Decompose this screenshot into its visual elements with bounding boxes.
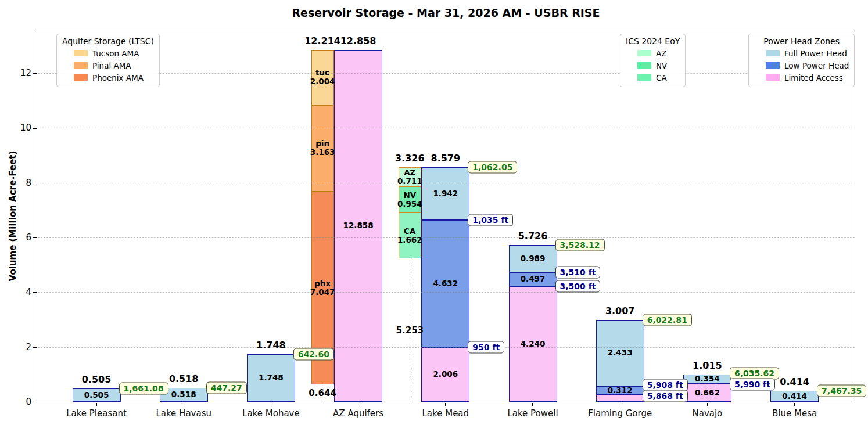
y-tick <box>33 183 37 183</box>
bar-segment-label: 12.858 <box>343 222 374 231</box>
bar-segment-label: 0.312 <box>608 386 633 395</box>
elevation-badge: 6,035.62 <box>730 368 779 380</box>
power-elevation-badge: 1,035 ft <box>468 214 513 226</box>
y-tick-label: 4 <box>10 287 31 297</box>
ca-swatch-icon <box>637 74 651 81</box>
y-tick-label: 6 <box>10 232 31 243</box>
y-tick <box>33 292 37 293</box>
legend-item-label: NV <box>656 61 667 70</box>
legend-power-head-zones: Power Head Zones Full Power Head Low Pow… <box>748 34 855 87</box>
bar-total-label: 3.007 <box>605 305 635 316</box>
ref-label: 0.644 <box>309 388 336 398</box>
bar-segment-label: 0.414 <box>782 392 807 401</box>
power-elevation-badge: 3,510 ft <box>555 267 601 279</box>
bar-segment-label: CA 1.662 <box>397 226 422 244</box>
x-axis-label: Navajo <box>661 408 754 419</box>
legend-item-nv: NV <box>626 59 680 71</box>
bar-total-label: 5.726 <box>518 231 548 242</box>
legend-ics-2024-eoy: ICS 2024 EoY AZ NV CA <box>620 34 686 87</box>
bar-total-label: 1.015 <box>693 360 722 371</box>
legend-aquifer-title: Aquifer Storage (LTSC) <box>62 37 154 46</box>
bar-segment-label: AZ 0.711 <box>397 168 422 186</box>
bar-segment-label: 1.748 <box>259 374 284 383</box>
legend-item-low-power-head: Low Power Head <box>754 59 849 71</box>
bar-segment-label: 2.006 <box>433 370 458 379</box>
bar-segment-label: 1.942 <box>433 189 458 198</box>
y-tick-label: 0 <box>10 397 31 407</box>
x-tick <box>620 403 620 406</box>
legend-item-label: Limited Access <box>784 73 843 82</box>
bar-total-label: 8.579 <box>431 153 460 164</box>
legend-item-label: AZ <box>656 49 666 58</box>
x-axis-label: Lake Havasu <box>137 408 230 419</box>
legend-aquifer-storage: Aquifer Storage (LTSC) Tucson AMA Pinal … <box>56 34 160 87</box>
x-axis-label: Lake Pleasant <box>50 408 143 419</box>
phoenix-ama-swatch-icon <box>74 74 88 81</box>
bar-segment <box>596 395 644 402</box>
bar-segment-label: 0.505 <box>84 391 109 399</box>
legend-item-label: Phoenix AMA <box>92 73 144 82</box>
x-axis-label: Lake Powell <box>486 408 579 419</box>
x-tick <box>358 403 358 406</box>
bar-total-label: 3.326 <box>395 153 425 164</box>
x-tick <box>271 403 271 406</box>
y-tick <box>33 73 37 74</box>
x-tick <box>96 403 96 406</box>
y-tick-label: 10 <box>10 123 31 133</box>
legend-item-label: Low Power Head <box>784 61 849 70</box>
legend-item-pinal-ama: Pinal AMA <box>62 59 154 71</box>
x-tick <box>794 403 795 406</box>
bar-total-label: 0.505 <box>82 374 112 385</box>
x-axis-label: Lake Mohave <box>224 408 317 419</box>
reservoir-storage-chart: Reservoir Storage - Mar 31, 2026 AM - US… <box>0 0 868 432</box>
gridline <box>38 183 855 183</box>
y-tick-label: 12 <box>10 68 31 78</box>
y-tick <box>33 237 37 238</box>
power-elevation-badge: 5,990 ft <box>730 379 775 391</box>
legend-item-label: Pinal AMA <box>92 61 131 70</box>
bar-segment-label: 0.354 <box>695 375 720 383</box>
ref-label: 5.253 <box>396 325 424 336</box>
gridline <box>38 128 855 128</box>
y-tick <box>33 402 37 402</box>
y-tick-label: 2 <box>10 342 31 352</box>
tucson-ama-swatch-icon <box>74 50 88 56</box>
gridline <box>38 347 855 348</box>
elevation-badge: 6,022.81 <box>643 314 692 326</box>
power-elevation-badge: 5,908 ft <box>643 379 688 391</box>
chart-title: Reservoir Storage - Mar 31, 2026 AM - US… <box>37 6 855 19</box>
legend-item-az: AZ <box>626 47 680 59</box>
y-tick <box>33 128 37 128</box>
legend-item-phoenix-ama: Phoenix AMA <box>62 71 154 84</box>
bar-segment-label: 4.632 <box>433 279 458 288</box>
elevation-badge: 1,062.05 <box>468 161 517 173</box>
low-power-head-swatch-icon <box>766 62 780 69</box>
legend-power-title: Power Head Zones <box>754 37 849 46</box>
legend-item-label: CA <box>656 73 667 82</box>
legend-item-full-power-head: Full Power Head <box>754 47 849 59</box>
power-elevation-badge: 3,500 ft <box>555 280 601 292</box>
gridline <box>38 237 855 238</box>
elevation-badge: 642.60 <box>293 348 334 361</box>
y-axis-label: Volume (Million Acre-Feet) <box>8 151 18 282</box>
elevation-badge: 7,467.35 <box>817 384 866 397</box>
bar-total-label: 12.214 <box>304 35 340 46</box>
x-axis-label: Flaming Gorge <box>573 408 666 419</box>
full-power-head-swatch-icon <box>766 50 780 56</box>
az-swatch-icon <box>637 50 651 56</box>
bar-segment-label: 0.662 <box>695 388 720 397</box>
legend-ics-title: ICS 2024 EoY <box>626 37 680 46</box>
bar-total-label: 0.414 <box>780 376 809 387</box>
elevation-badge: 447.27 <box>206 382 247 394</box>
power-elevation-badge: 5,868 ft <box>643 390 688 402</box>
x-axis-label: Lake Mead <box>399 408 492 419</box>
bar-segment-label: NV 0.954 <box>397 191 422 208</box>
bar-segment-label: pin 3.163 <box>310 139 335 157</box>
x-axis-label: Blue Mesa <box>748 408 841 419</box>
bar-segment-label: tuc 2.004 <box>310 69 335 86</box>
pinal-ama-swatch-icon <box>74 62 88 69</box>
power-elevation-badge: 950 ft <box>468 341 504 353</box>
x-tick <box>532 403 533 406</box>
bar-total-label: 0.518 <box>169 373 199 384</box>
limited-access-swatch-icon <box>766 74 780 81</box>
